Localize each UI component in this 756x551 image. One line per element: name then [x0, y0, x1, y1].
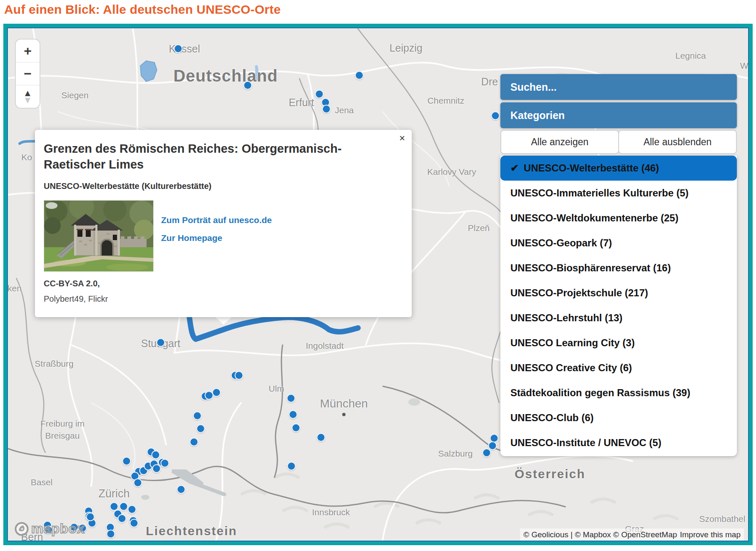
category-item[interactable]: UNESCO-Geopark (7) [500, 231, 737, 256]
map-marker[interactable] [292, 424, 301, 432]
map-marker[interactable] [152, 451, 160, 459]
map-popup: × Grenzen des Römischen Reiches: Oberger… [35, 130, 412, 317]
category-item[interactable]: UNESCO-Projektschule (217) [500, 280, 737, 305]
category-label: UNESCO-Institute / UNEVOC (5) [510, 437, 662, 449]
map-marker[interactable] [193, 412, 202, 420]
map-marker[interactable] [177, 485, 186, 494]
map-marker[interactable] [289, 410, 298, 419]
map-marker[interactable] [190, 438, 199, 447]
category-item[interactable]: UNESCO-Biosphärenreservat (16) [500, 256, 737, 280]
show-all-button[interactable]: Alle anzeigen [500, 130, 619, 154]
map-frame: KasselDeutschlandLeipzigLegnicaWrSiegenE… [3, 24, 753, 545]
map-label: Basel [31, 477, 53, 487]
category-label: UNESCO Creative City (6) [510, 362, 632, 374]
map-label: München [320, 397, 368, 410]
check-icon: ✔ [510, 162, 519, 174]
category-label: UNESCO-Weltdokumentenerbe (25) [510, 212, 679, 224]
map-label: Deutschland [173, 67, 278, 85]
map-label: Ko [21, 152, 32, 162]
map-label: Karlovy Vary [427, 167, 476, 177]
map-label: Innsbruck [312, 507, 350, 517]
zoom-in-button[interactable]: + [16, 40, 40, 62]
close-icon[interactable]: × [399, 132, 405, 144]
category-label: UNESCO-Biosphärenreservat (16) [510, 262, 671, 274]
map-marker[interactable] [235, 371, 244, 380]
map-marker[interactable] [134, 479, 142, 487]
portrait-link[interactable]: Zum Porträt auf unesco.de [161, 215, 272, 225]
categories-header[interactable]: Kategorien [500, 102, 737, 128]
map-label: Szombathel [699, 514, 746, 524]
category-label: UNESCO-Geopark (7) [510, 237, 612, 249]
map-marker[interactable] [119, 502, 128, 511]
map-marker[interactable] [322, 105, 331, 114]
category-item[interactable]: UNESCO Creative City (6) [500, 355, 737, 380]
pan-control[interactable]: ▲ ▼ [16, 85, 40, 108]
map-label: Österreich [515, 467, 585, 481]
mapbox-logo[interactable]: mapbox [15, 521, 85, 536]
popup-pointer [215, 317, 232, 325]
category-item[interactable]: UNESCO-Weltdokumentenerbe (25) [500, 206, 737, 231]
map-label: Ingolstadt [306, 341, 343, 351]
category-item[interactable]: UNESCO-Lehrstuhl (13) [500, 305, 737, 330]
map-marker[interactable] [196, 424, 205, 433]
category-item[interactable]: UNESCO-Institute / UNEVOC (5) [500, 430, 737, 455]
map-label: Salzburg [438, 449, 473, 459]
map-label: Freiburg im [40, 419, 85, 429]
map-label: Breisgau [45, 431, 80, 441]
map-attribution: © Geolicious | © Mapbox © OpenStreetMap … [520, 529, 744, 541]
page: Auf einen Blick: Alle deutschen UNESCO-O… [0, 0, 756, 551]
map-label: Legnica [675, 51, 706, 61]
category-item[interactable]: UNESCO-Club (6) [500, 405, 737, 430]
map-marker[interactable] [128, 505, 137, 514]
map-label: ken [7, 283, 22, 293]
map-marker[interactable] [212, 388, 221, 397]
search-bar[interactable]: Suchen... [500, 74, 737, 100]
map-marker[interactable] [174, 45, 183, 53]
map-marker[interactable] [315, 90, 324, 99]
map-marker[interactable] [482, 449, 491, 457]
category-label: Städtekoalition gegen Rassismus (39) [510, 387, 690, 399]
attribution-text: © Geolicious | © Mapbox © OpenStreetMap [523, 530, 677, 539]
category-item[interactable]: Städtekoalition gegen Rassismus (39) [500, 380, 737, 405]
map-marker[interactable] [157, 338, 165, 347]
popup-title: Grenzen des Römischen Reiches: Obergerma… [44, 141, 393, 172]
map-marker[interactable] [287, 462, 296, 471]
homepage-link[interactable]: Zur Homepage [161, 233, 272, 243]
category-label: UNESCO-Lehrstuhl (13) [510, 312, 622, 324]
category-label: UNESCO-Immaterielles Kulturerbe (5) [510, 187, 689, 199]
map-label: Erfurt [288, 97, 314, 109]
category-item[interactable]: UNESCO Learning City (3) [500, 330, 737, 355]
map-zoom-control: + − ▲ ▼ [15, 39, 40, 109]
category-item[interactable]: ✔UNESCO-Welterbestätte (46) [500, 156, 737, 181]
map-label: Siegen [61, 90, 88, 100]
arrow-down-icon: ▼ [23, 97, 32, 104]
improve-map-link[interactable]: Improve this map [680, 530, 741, 539]
map-marker[interactable] [491, 112, 500, 120]
map-marker[interactable] [118, 514, 127, 523]
bulk-buttons: Alle anzeigen Alle ausblenden [500, 130, 737, 154]
map-marker[interactable] [244, 81, 252, 90]
category-label: UNESCO-Projektschule (217) [510, 287, 648, 299]
map-marker[interactable] [107, 530, 115, 539]
map-marker[interactable] [287, 394, 296, 403]
map-canvas[interactable]: KasselDeutschlandLeipzigLegnicaWrSiegenE… [7, 27, 749, 541]
category-item[interactable]: UNESCO-Immaterielles Kulturerbe (5) [500, 181, 737, 206]
city-dot [342, 413, 346, 416]
map-marker[interactable] [161, 459, 169, 468]
map-marker[interactable] [122, 457, 131, 466]
map-marker[interactable] [317, 433, 326, 442]
map-marker[interactable] [488, 442, 497, 450]
map-label: Wr [740, 61, 749, 71]
map-marker[interactable] [355, 71, 364, 80]
zoom-out-button[interactable]: − [16, 62, 40, 85]
popup-license: CC-BY-SA 2.0, [44, 279, 412, 288]
map-marker[interactable] [86, 513, 95, 521]
popup-links: Zum Porträt auf unesco.de Zur Homepage [161, 200, 272, 272]
map-label: Leipzig [389, 42, 422, 54]
map-marker[interactable] [130, 519, 139, 528]
minus-icon: − [24, 67, 32, 80]
hide-all-button[interactable]: Alle ausblenden [618, 130, 737, 154]
popup-subtitle: UNESCO-Welterbestätte (Kulturerbestätte) [44, 181, 403, 191]
filter-sidebar: Suchen... Kategorien Alle anzeigen Alle … [500, 74, 737, 456]
map-label: Liechtenstein [146, 524, 237, 538]
